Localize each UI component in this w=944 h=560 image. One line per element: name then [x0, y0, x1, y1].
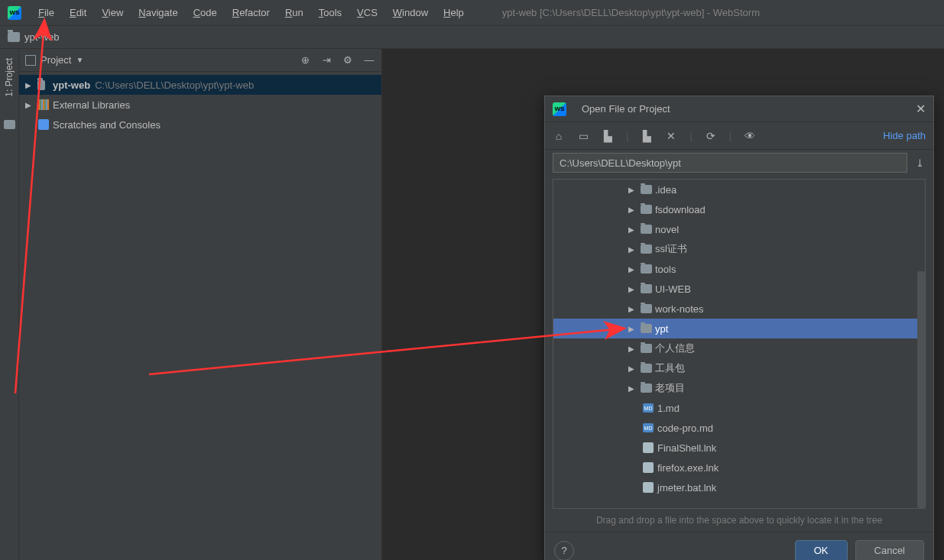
dialog-tree-item[interactable]: jmeter.bat.lnk [553, 477, 925, 497]
dialog-tree-item[interactable]: ▶工具包 [553, 358, 925, 378]
path-input[interactable] [553, 153, 907, 173]
tree-collapse-arrow[interactable]: ▶ [626, 325, 637, 333]
tree-item-label: fsdownload [655, 204, 706, 215]
tree-collapse-arrow[interactable]: ▶ [626, 225, 637, 234]
tree-collapse-arrow[interactable]: ▶ [22, 81, 34, 89]
menu-navigate[interactable]: Navigate [131, 4, 185, 21]
tree-item-label: firefox.exe.lnk [657, 462, 719, 474]
dialog-tree-item[interactable]: ▶tools [553, 259, 925, 279]
folder-icon [641, 344, 652, 353]
hide-path-link[interactable]: Hide path [883, 130, 926, 141]
tree-collapse-arrow[interactable]: ▶ [626, 384, 637, 393]
menu-tools[interactable]: Tools [311, 4, 349, 21]
project-dir-icon[interactable]: ▙ [602, 130, 614, 142]
tree-root-path: C:\Users\DELL\Desktop\ypt\ypt-web [95, 79, 254, 91]
dialog-tree-item[interactable]: ▶UI-WEB [553, 279, 925, 299]
menu-code[interactable]: Code [186, 4, 225, 21]
project-panel-bg [19, 148, 382, 560]
desktop-icon[interactable]: ▭ [577, 130, 589, 142]
close-icon[interactable]: ✕ [916, 102, 926, 116]
tree-collapse-arrow[interactable]: ▶ [626, 345, 637, 353]
hide-icon[interactable]: — [363, 54, 375, 66]
tree-collapse-arrow[interactable]: ▶ [626, 206, 637, 214]
project-panel-title[interactable]: Project [41, 54, 71, 66]
dialog-tree-item[interactable]: ▶老项目 [553, 378, 925, 398]
path-history-icon[interactable]: ⤓ [913, 157, 926, 169]
gear-icon[interactable]: ⚙ [342, 54, 354, 66]
dialog-tree-item[interactable]: FinalShell.lnk [553, 438, 925, 458]
locate-icon[interactable]: ⊕ [299, 54, 311, 66]
scratches-icon [38, 119, 49, 130]
breadcrumb: ypt-web [0, 26, 944, 49]
folder-icon [8, 32, 20, 42]
drag-hint: Drag and drop a file into the space abov… [545, 512, 933, 532]
delete-icon[interactable]: ✕ [665, 130, 677, 142]
cancel-button[interactable]: Cancel [855, 540, 924, 561]
chevron-down-icon[interactable]: ▼ [76, 56, 83, 64]
collapse-icon[interactable]: ⇥ [320, 54, 333, 66]
menu-run[interactable]: Run [277, 4, 311, 21]
shortcut-icon [643, 462, 654, 473]
external-libraries[interactable]: ▶ External Libraries [19, 95, 381, 115]
menu-view[interactable]: View [94, 4, 131, 21]
structure-tool-icon[interactable] [4, 120, 15, 129]
new-folder-icon[interactable]: ▙ [641, 130, 653, 142]
help-button[interactable]: ? [554, 541, 574, 561]
dialog-tree-item[interactable]: ▶novel [553, 219, 925, 239]
dialog-tree-item[interactable]: ▶work-notes [553, 299, 925, 319]
dialog-tree-item[interactable]: ▶.idea [553, 180, 925, 199]
tree-item-label: code-pro.md [657, 422, 713, 434]
dialog-tree-item[interactable]: MD1.md [553, 398, 925, 418]
folder-icon [641, 185, 652, 194]
panel-view-icon[interactable] [25, 55, 36, 66]
markdown-icon: MD [643, 403, 654, 413]
menu-file[interactable]: File [31, 4, 62, 21]
menu-window[interactable]: Window [385, 4, 436, 21]
dialog-tree-item[interactable]: ▶ssl证书 [553, 239, 925, 259]
project-tree: ▶ ypt-web C:\Users\DELL\Desktop\ypt\ypt-… [19, 72, 381, 138]
refresh-icon[interactable]: ⟳ [705, 130, 717, 142]
project-tool-tab[interactable]: 1: Project [4, 58, 15, 97]
tree-collapse-arrow[interactable]: ▶ [626, 305, 637, 313]
dialog-tree-item[interactable]: ▶fsdownload [553, 199, 925, 219]
tree-collapse-arrow[interactable]: ▶ [626, 186, 637, 194]
tree-collapse-arrow[interactable]: ▶ [22, 101, 34, 109]
menu-refactor[interactable]: Refactor [225, 4, 277, 21]
path-row: ⤓ [545, 150, 933, 176]
tree-collapse-arrow[interactable]: ▶ [626, 245, 637, 254]
scrollbar[interactable] [917, 271, 925, 508]
ok-button[interactable]: OK [795, 540, 848, 561]
tree-item-label: 1.md [657, 403, 680, 414]
tree-item-label: tools [655, 264, 676, 275]
dialog-file-tree[interactable]: ▶.idea▶fsdownload▶novel▶ssl证书▶tools▶UI-W… [553, 179, 926, 509]
webstorm-icon: WS [8, 6, 21, 20]
tree-root[interactable]: ▶ ypt-web C:\Users\DELL\Desktop\ypt\ypt-… [19, 75, 381, 95]
dialog-tree-item[interactable]: ▶个人信息 [553, 338, 925, 358]
tree-collapse-arrow[interactable]: ▶ [626, 364, 637, 373]
folder-icon [641, 264, 652, 274]
folder-icon [641, 364, 652, 373]
project-panel-header: Project ▼ ⊕ ⇥ ⚙ — [19, 49, 381, 72]
show-hidden-icon[interactable]: 👁 [744, 130, 756, 142]
home-icon[interactable]: ⌂ [553, 130, 565, 142]
tree-collapse-arrow[interactable]: ▶ [626, 265, 637, 274]
menu-vcs[interactable]: VCS [349, 4, 385, 21]
dialog-title-bar: WS Open File or Project ✕ [545, 96, 933, 122]
menu-bar: WS FileEditViewNavigateCodeRefactorRunTo… [0, 0, 944, 26]
folder-icon [641, 304, 652, 313]
menu-edit[interactable]: Edit [62, 4, 94, 21]
webstorm-icon: WS [553, 102, 566, 116]
breadcrumb-project[interactable]: ypt-web [24, 31, 60, 43]
dialog-tree-item[interactable]: firefox.exe.lnk [553, 458, 925, 477]
shortcut-icon [643, 442, 654, 453]
menu-help[interactable]: Help [436, 4, 472, 21]
scratches-consoles[interactable]: Scratches and Consoles [19, 115, 381, 134]
dialog-tree-item[interactable]: MDcode-pro.md [553, 418, 925, 438]
tree-item-label: novel [655, 224, 679, 235]
tree-item-label: ssl证书 [655, 242, 687, 256]
folder-icon [641, 284, 652, 293]
project-panel: Project ▼ ⊕ ⇥ ⚙ — ▶ ypt-web C:\Users\DEL… [19, 49, 382, 148]
shortcut-icon [643, 482, 654, 493]
tree-collapse-arrow[interactable]: ▶ [626, 285, 637, 293]
dialog-tree-item[interactable]: ▶ypt [553, 319, 925, 338]
